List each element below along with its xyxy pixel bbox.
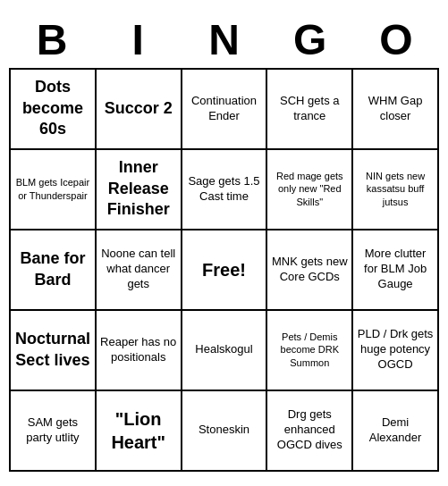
letter-n: N (183, 15, 264, 64)
bingo-cell-0: Dots become 60s (11, 70, 97, 150)
bingo-cell-9: NIN gets new kassatsu buff jutsus (353, 150, 439, 230)
bingo-cell-18: Pets / Demis become DRK Summon (267, 311, 353, 391)
bingo-cell-10: Bane for Bard (11, 230, 97, 311)
bingo-cell-22: Stoneskin (182, 391, 268, 472)
bingo-header: B I N G O (9, 15, 439, 64)
bingo-cell-5: BLM gets Icepair or Thunderspair (11, 150, 97, 230)
bingo-cell-14: More clutter for BLM Job Gauge (353, 230, 439, 311)
bingo-cell-21: "Lion Heart" (97, 391, 182, 472)
bingo-grid: Dots become 60sSuccor 2Continuation Ende… (9, 68, 439, 472)
bingo-cell-3: SCH gets a trance (267, 70, 353, 150)
bingo-cell-6: Inner Release Finisher (97, 150, 182, 230)
letter-i: I (97, 15, 178, 64)
bingo-cell-15: Nocturnal Sect lives (11, 311, 97, 391)
bingo-cell-12: Free! (182, 230, 268, 311)
bingo-cell-2: Continuation Ender (182, 70, 268, 150)
letter-o: O (356, 15, 436, 64)
bingo-cell-13: MNK gets new Core GCDs (267, 230, 353, 311)
bingo-cell-24: Demi Alexander (353, 391, 439, 472)
bingo-cell-20: SAM gets party utlity (11, 391, 97, 472)
bingo-cell-7: Sage gets 1.5 Cast time (182, 150, 268, 230)
bingo-cell-4: WHM Gap closer (353, 70, 439, 150)
bingo-cell-23: Drg gets enhanced OGCD dives (267, 391, 353, 472)
bingo-cell-16: Reaper has no positionals (97, 311, 182, 391)
bingo-cell-19: PLD / Drk gets huge potency OGCD (353, 311, 439, 391)
letter-g: G (270, 15, 351, 64)
bingo-cell-17: Healskogul (182, 311, 268, 391)
bingo-cell-8: Red mage gets only new "Red Skills" (267, 150, 353, 230)
bingo-card: B I N G O Dots become 60sSuccor 2Continu… (0, 6, 448, 481)
bingo-cell-1: Succor 2 (97, 70, 182, 150)
letter-b: B (12, 15, 92, 64)
bingo-cell-11: Noone can tell what dancer gets (97, 230, 182, 311)
